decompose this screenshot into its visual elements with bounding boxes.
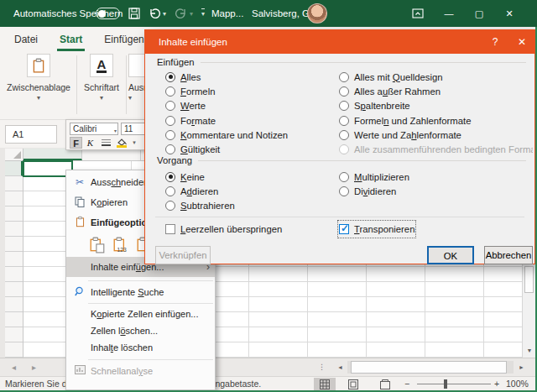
radio-option[interactable]: Dividieren (339, 184, 409, 198)
radio-icon (339, 116, 349, 126)
radio-option[interactable]: Formate (165, 113, 288, 128)
undo-dropdown-icon[interactable]: ▾ (163, 10, 166, 18)
save-icon[interactable] (128, 7, 141, 20)
radio-icon (165, 144, 175, 154)
scroll-left-arrow[interactable]: ◄ (334, 361, 347, 374)
radio-option[interactable]: Formeln und Zahlenformate (339, 113, 533, 128)
radio-label: Spaltenbreite (354, 101, 410, 111)
ribbon-group-font[interactable]: A Schriftart ▾ (79, 54, 124, 102)
ribbon-group-clipboard[interactable]: Zwischenablage ▾ (3, 54, 74, 102)
menu-item-clear-contents[interactable]: Inhalte löschen (66, 339, 215, 356)
radio-option[interactable]: Formeln (165, 84, 288, 98)
radio-option[interactable]: Alles mit Quelldesign (339, 70, 533, 84)
radio-option[interactable]: Kommentare und Notizen (165, 128, 288, 142)
sheet-nav-right-icon[interactable]: ▸ (32, 358, 36, 376)
menu-item-insert-copied-cells[interactable]: Kopierte Zellen einfügen... (66, 306, 215, 322)
select-all-corner[interactable] (5, 149, 23, 161)
fill-color-button[interactable] (115, 137, 128, 149)
row-header[interactable] (5, 222, 23, 237)
row-header[interactable] (5, 312, 23, 327)
horizontal-scrollbar[interactable] (347, 361, 514, 374)
close-button[interactable]: ✕ (497, 0, 522, 27)
maximize-button[interactable]: ▢ (467, 0, 492, 27)
row-header[interactable] (5, 161, 23, 176)
borders-button[interactable] (99, 137, 112, 149)
zoom-out-button[interactable]: − (404, 377, 409, 390)
ribbon-tab-label: Start (60, 34, 82, 45)
bold-button[interactable]: F (70, 137, 82, 149)
vertical-scrollbar-thumb[interactable] (524, 266, 534, 293)
radio-option[interactable]: Addieren (165, 184, 235, 198)
scroll-right-arrow[interactable]: ► (515, 361, 528, 374)
radio-option[interactable]: Keine (165, 170, 235, 184)
dialog-close-button[interactable]: ✕ (509, 30, 534, 54)
fill-color-swatch (117, 145, 127, 148)
zoom-slider-knob[interactable] (444, 379, 447, 389)
view-page-break-button[interactable] (374, 378, 396, 390)
splitter-dots-icon[interactable]: ⋮ (318, 358, 325, 376)
row-header[interactable] (5, 206, 23, 222)
operation-options-right: MultiplizierenDividieren (339, 170, 409, 199)
menu-item-label: Schnellanalyse (91, 366, 153, 376)
menu-item-smart-lookup[interactable]: Intelligente Suche (66, 283, 215, 301)
radio-option[interactable]: Alles außer Rahmen (339, 84, 533, 98)
zoom-level[interactable]: 100% (506, 377, 529, 390)
page-layout-icon (348, 379, 358, 389)
radio-label: Werte (180, 101, 206, 111)
checkbox-option[interactable]: Leerzellen überspringen (165, 222, 282, 237)
radio-icon (339, 186, 349, 196)
ribbon-display-options-icon[interactable] (411, 7, 425, 20)
autosave-toggle[interactable] (96, 8, 120, 19)
cancel-button[interactable]: Abbrechen (484, 246, 533, 264)
paste-button[interactable] (87, 235, 107, 255)
section-title: Vorgang (157, 155, 192, 165)
menu-item-delete-cells[interactable]: Zellen löschen... (66, 322, 215, 339)
row-header[interactable] (5, 297, 23, 312)
fill-color-dropdown-icon[interactable]: ▾ (130, 137, 138, 149)
column-header[interactable] (82, 149, 141, 160)
row-header[interactable] (5, 267, 23, 282)
radio-label: Multiplizieren (354, 172, 409, 182)
row-header[interactable] (5, 282, 23, 297)
radio-option[interactable]: Multiplizieren (339, 170, 409, 184)
row-headers[interactable] (5, 161, 23, 358)
radio-option[interactable]: Subtrahieren (165, 199, 235, 213)
group-line (201, 62, 526, 63)
paste-values-button[interactable]: 123 (111, 235, 131, 255)
clipboard-icon (73, 216, 86, 229)
toggle-knob (98, 10, 106, 18)
scroll-down-arrow[interactable]: ▼ (523, 344, 536, 358)
row-header[interactable] (5, 342, 23, 358)
row-header[interactable] (5, 237, 23, 252)
avatar[interactable] (307, 3, 327, 24)
ribbon-tab[interactable]: Start (49, 27, 93, 51)
sheet-nav-left-icon[interactable]: ◂ (12, 358, 16, 376)
radio-label: Formate (180, 116, 216, 126)
quick-access-toolbar-icon[interactable]: ▾ (201, 8, 205, 18)
view-normal-button[interactable] (314, 378, 336, 390)
menu-item-label: Ausschneiden (91, 177, 149, 187)
minimize-button[interactable]: — (436, 0, 461, 27)
ok-button[interactable]: OK (427, 246, 474, 264)
zoom-slider-track[interactable] (417, 384, 491, 384)
paste-options-left: AllesFormelnWerteFormateKommentare und N… (165, 70, 288, 157)
horizontal-scrollbar-thumb[interactable] (351, 361, 507, 374)
radio-option[interactable]: Werte und Zahlenformate (339, 128, 533, 142)
name-box[interactable]: A1 (5, 125, 57, 144)
row-header[interactable] (5, 327, 23, 342)
radio-option[interactable]: Werte (165, 99, 288, 113)
font-name-combo[interactable]: Calibri ▾ (70, 123, 118, 135)
row-header[interactable] (5, 252, 23, 267)
row-header[interactable] (5, 191, 23, 206)
zoom-in-button[interactable]: + (494, 377, 499, 390)
view-page-layout-button[interactable] (342, 378, 364, 390)
radio-option[interactable]: Alles (165, 70, 288, 84)
italic-button[interactable]: K (85, 137, 96, 149)
radio-option[interactable]: Spaltenbreite (339, 99, 533, 113)
checkbox-option[interactable]: Transponieren (339, 222, 414, 237)
dialog-help-button[interactable]: ? (482, 30, 508, 54)
ribbon-tab[interactable]: Datei (3, 27, 49, 51)
column-header[interactable] (23, 149, 82, 160)
undo-icon[interactable] (148, 7, 161, 20)
row-header[interactable] (5, 176, 23, 191)
